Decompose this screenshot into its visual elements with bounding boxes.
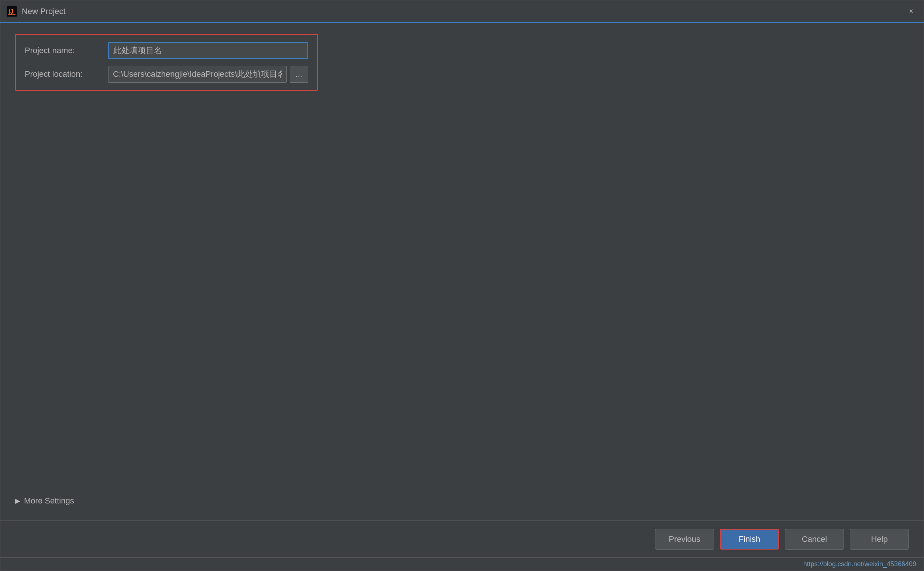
close-button[interactable]: × <box>904 5 918 18</box>
finish-button[interactable]: Finish <box>720 529 779 549</box>
more-settings-arrow-icon: ▶ <box>15 497 20 505</box>
dialog-title: New Project <box>22 7 904 16</box>
more-settings-label: More Settings <box>24 496 74 506</box>
dialog-window: IJ New Project × Project name: Project l… <box>0 0 924 571</box>
dialog-footer: Previous Finish Cancel Help <box>0 520 924 557</box>
browse-button[interactable]: ... <box>290 66 308 83</box>
status-bar: https://blog.csdn.net/weixin_45366409 <box>0 557 924 571</box>
cancel-button[interactable]: Cancel <box>785 529 844 549</box>
project-location-row: Project location: ... <box>25 66 308 83</box>
project-location-label: Project location: <box>25 69 102 79</box>
project-name-label: Project name: <box>25 46 102 56</box>
project-name-input[interactable] <box>108 42 308 59</box>
app-icon: IJ <box>6 6 17 17</box>
project-location-input[interactable] <box>108 66 287 83</box>
dialog-content: Project name: Project location: ... ▶ Mo… <box>0 23 924 520</box>
help-button[interactable]: Help <box>850 529 909 549</box>
status-bar-url[interactable]: https://blog.csdn.net/weixin_45366409 <box>803 560 916 568</box>
project-name-row: Project name: <box>25 42 308 59</box>
content-spacer <box>15 91 909 492</box>
form-section: Project name: Project location: ... <box>15 34 318 91</box>
svg-rect-3 <box>8 14 15 15</box>
more-settings-row[interactable]: ▶ More Settings <box>15 492 909 509</box>
location-input-group: ... <box>108 66 308 83</box>
title-bar: IJ New Project × <box>0 0 924 23</box>
svg-text:IJ: IJ <box>8 8 13 15</box>
previous-button[interactable]: Previous <box>655 529 714 549</box>
